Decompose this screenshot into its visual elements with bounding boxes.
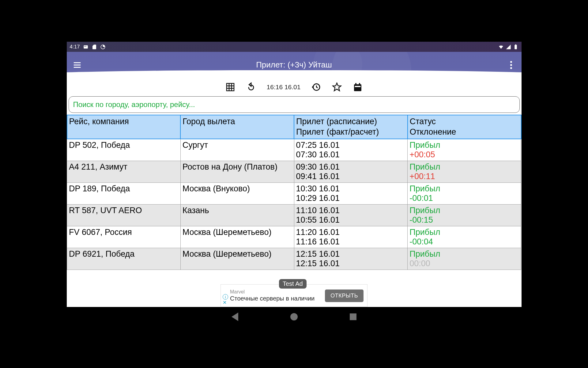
toolbar: 16:16 16.01: [67, 78, 522, 96]
cell-city: Москва (Шереметьево): [180, 248, 294, 270]
svg-rect-12: [227, 83, 234, 91]
svg-rect-5: [515, 44, 516, 45]
cell-time: 10:30 16.0110:29 16.01: [294, 182, 408, 204]
svg-rect-4: [514, 45, 517, 49]
cell-flight: DP 6921, Победа: [67, 248, 181, 270]
cell-flight: FV 6067, Россия: [67, 226, 181, 248]
signal-icon: [506, 44, 511, 50]
cell-flight: DP 502, Победа: [67, 139, 181, 161]
more-button[interactable]: [503, 56, 520, 74]
ad-open-button[interactable]: ОТКРЫТЬ: [325, 289, 364, 302]
keyboard-icon: [83, 44, 89, 50]
calendar-icon[interactable]: [352, 82, 363, 92]
flights-table: Рейс, компания Город вылета Прилет (расп…: [67, 115, 522, 270]
table-row[interactable]: DP 502, ПобедаСургут07:25 16.0107:30 16.…: [67, 139, 521, 161]
status-time: 4:17: [70, 44, 80, 50]
menu-button[interactable]: [69, 56, 86, 74]
ad-brand: Marvel: [230, 289, 315, 295]
ad-banner[interactable]: Test Ad i ✕ Marvel Стоечные серверы в на…: [221, 284, 368, 307]
cell-status: Прибыл00:00: [408, 248, 521, 270]
cell-city: Ростов на Дону (Платов): [180, 161, 294, 182]
cell-city: Москва (Шереметьево): [180, 226, 294, 248]
info-icon[interactable]: i: [223, 294, 228, 300]
svg-rect-1: [84, 46, 85, 47]
table-row[interactable]: DP 189, ПобедаМосква (Внуково)10:30 16.0…: [67, 182, 521, 204]
cell-flight: A4 211, Азимут: [67, 161, 181, 182]
cell-status: Прибыл+00:05: [408, 139, 521, 161]
nav-recent-button[interactable]: [350, 313, 356, 320]
cell-status: Прибыл-00:04: [408, 226, 521, 248]
svg-rect-20: [355, 83, 356, 85]
history-icon[interactable]: [311, 82, 321, 92]
cell-time: 09:30 16.0109:41 16.01: [294, 161, 408, 182]
th-flight[interactable]: Рейс, компания: [67, 115, 181, 139]
status-bar: 4:17: [67, 42, 522, 52]
table-header-row: Рейс, компания Город вылета Прилет (расп…: [67, 115, 521, 139]
nav-home-button[interactable]: [290, 313, 298, 320]
svg-marker-18: [333, 83, 341, 91]
svg-rect-0: [84, 45, 88, 48]
cell-status: Прибыл-00:15: [408, 204, 521, 226]
cell-status: Прибыл+00:11: [408, 161, 521, 182]
page-title: Прилет: (+3ч) Уйташ: [67, 60, 522, 70]
svg-point-9: [510, 61, 512, 63]
cell-city: Сургут: [180, 139, 294, 161]
refresh-icon[interactable]: [246, 82, 256, 92]
cell-status: Прибыл-00:01: [408, 182, 521, 204]
battery-icon: [513, 44, 518, 50]
nav-back-button[interactable]: [232, 312, 238, 321]
svg-rect-19: [354, 84, 361, 91]
table-row[interactable]: A4 211, АзимутРостов на Дону (Платов)09:…: [67, 161, 521, 182]
star-icon[interactable]: [332, 82, 342, 92]
search-input[interactable]: [73, 100, 515, 109]
svg-point-11: [510, 67, 512, 69]
svg-rect-21: [359, 83, 360, 85]
table-row[interactable]: RT 587, UVT AEROКазань11:10 16.0110:55 1…: [67, 204, 521, 226]
refresh-timestamp: 16:16 16.01: [267, 83, 301, 91]
svg-rect-22: [355, 86, 361, 87]
svg-rect-2: [85, 46, 86, 47]
wifi-icon: [498, 44, 504, 50]
grid-icon[interactable]: [225, 82, 236, 92]
cell-time: 07:25 16.0107:30 16.01: [294, 139, 408, 161]
flights-scroll[interactable]: Рейс, компания Город вылета Прилет (расп…: [67, 115, 522, 307]
th-time[interactable]: Прилет (расписание) Прилет (факт/расчет): [294, 115, 408, 139]
cell-flight: DP 189, Победа: [67, 182, 181, 204]
app-bar: Прилет: (+3ч) Уйташ: [67, 52, 522, 78]
pie-icon: [100, 44, 106, 50]
ad-badge: Test Ad: [279, 279, 307, 289]
cell-time: 12:15 16.0112:15 16.01: [294, 248, 408, 270]
android-nav-bar: [67, 307, 522, 326]
table-row[interactable]: DP 6921, ПобедаМосква (Шереметьево)12:15…: [67, 248, 521, 270]
cell-time: 11:20 16.0111:16 16.01: [294, 226, 408, 248]
cell-city: Казань: [180, 204, 294, 226]
th-status[interactable]: Статус Отклонение: [408, 115, 521, 139]
cell-time: 11:10 16.0110:55 16.01: [294, 204, 408, 226]
th-city[interactable]: Город вылета: [180, 115, 294, 139]
close-icon[interactable]: ✕: [223, 300, 227, 305]
table-row[interactable]: FV 6067, РоссияМосква (Шереметьево)11:20…: [67, 226, 521, 248]
svg-point-10: [510, 64, 512, 66]
cell-flight: RT 587, UVT AERO: [67, 204, 181, 226]
ad-text: Стоечные серверы в наличии: [230, 295, 315, 302]
cell-city: Москва (Внуково): [180, 182, 294, 204]
sd-card-icon: [92, 44, 97, 50]
search-box[interactable]: [69, 96, 520, 113]
